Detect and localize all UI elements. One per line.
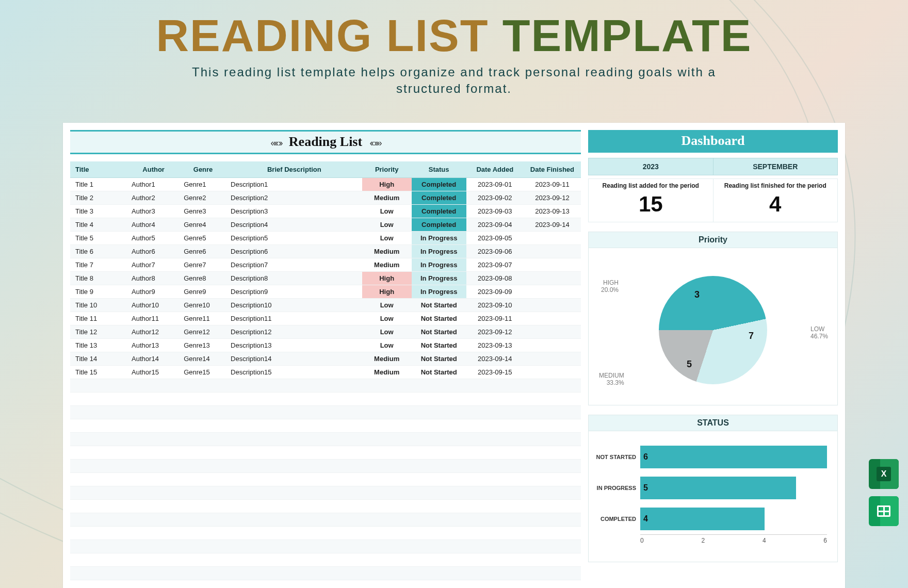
priority-pie-chart: LOW46.7%7MEDIUM33.3%5HIGH20.0%3: [594, 253, 832, 398]
title-word-3: TEMPLATE: [502, 10, 752, 61]
table-row: Title 2Author2Genre2Description2MediumCo…: [70, 191, 581, 205]
kpi-added: Reading list added for the period 15: [589, 179, 713, 222]
cell: Author10: [127, 299, 180, 312]
cell: 2023-09-06: [466, 245, 524, 258]
table-row: Title 4Author4Genre4Description4LowCompl…: [70, 218, 581, 232]
cell: Title 11: [70, 312, 127, 325]
cell: [524, 325, 581, 339]
cell: Author15: [127, 366, 180, 379]
cell: Completed: [412, 205, 466, 218]
cell: Author3: [127, 205, 180, 218]
cell: Genre2: [180, 191, 226, 205]
cell: 2023-09-15: [466, 366, 524, 379]
cell: Genre8: [180, 272, 226, 285]
cell: Low: [362, 312, 412, 325]
dashboard-pane: Dashboard 2023 SEPTEMBER Reading list ad…: [588, 130, 838, 588]
x-tick: 0: [640, 537, 644, 544]
cell: Title 8: [70, 272, 127, 285]
x-tick: 4: [763, 537, 766, 544]
cell: 2023-09-12: [524, 191, 581, 205]
x-tick: 2: [701, 537, 705, 544]
cell: Not Started: [412, 339, 466, 352]
bar-label: NOT STARTED: [596, 454, 640, 460]
cell: Not Started: [412, 352, 466, 366]
cell: Not Started: [412, 299, 466, 312]
pie-slice-value: 5: [687, 359, 692, 370]
cell: Description10: [226, 299, 362, 312]
table-row: Title 15Author15Genre15Description15Medi…: [70, 366, 581, 379]
cell: Completed: [412, 178, 466, 191]
cell: Genre15: [180, 366, 226, 379]
table-row: Title 12Author12Genre12Description12LowN…: [70, 325, 581, 339]
table-row-empty: [70, 527, 581, 540]
table-row-empty: [70, 580, 581, 589]
bar-row: COMPLETED4: [640, 503, 827, 534]
cell: Not Started: [412, 312, 466, 325]
cell: 2023-09-03: [466, 205, 524, 218]
cell: [524, 285, 581, 299]
cell: Title 13: [70, 339, 127, 352]
cell: Medium: [362, 258, 412, 272]
bar-value: 6: [643, 452, 648, 462]
hero: READING LIST TEMPLATE This reading list …: [0, 0, 908, 97]
cell: 2023-09-01: [466, 178, 524, 191]
cell: Description14: [226, 352, 362, 366]
kpi-finished: Reading list finished for the period 4: [713, 179, 838, 222]
column-header: Date Finished: [524, 161, 581, 178]
table-row-empty: [70, 446, 581, 460]
table-row-empty: [70, 513, 581, 527]
cell: Title 14: [70, 352, 127, 366]
cell: 2023-09-09: [466, 285, 524, 299]
cell: Title 15: [70, 366, 127, 379]
table-row: Title 1Author1Genre1Description1HighComp…: [70, 178, 581, 191]
cell: Author4: [127, 218, 180, 232]
cell: 2023-09-04: [466, 218, 524, 232]
table-row-empty: [70, 567, 581, 580]
cell: Author12: [127, 325, 180, 339]
cell: Title 10: [70, 299, 127, 312]
column-header: Genre: [180, 161, 226, 178]
pie-label: LOW46.7%: [810, 325, 828, 340]
table-row-empty: [70, 393, 581, 406]
cell: Low: [362, 232, 412, 245]
cell: [524, 245, 581, 258]
cell: Genre13: [180, 339, 226, 352]
cell: Description6: [226, 245, 362, 258]
cell: In Progress: [412, 285, 466, 299]
table-row-empty: [70, 500, 581, 513]
cell: [524, 272, 581, 285]
pie-slice-value: 3: [694, 289, 700, 300]
cell: High: [362, 285, 412, 299]
cell: Low: [362, 325, 412, 339]
cell: Genre5: [180, 232, 226, 245]
reading-list-banner: «‹‹ ›› Reading List ‹‹ ››»: [70, 130, 581, 154]
reading-list-title: Reading List: [289, 134, 362, 149]
cell: Title 5: [70, 232, 127, 245]
bar-row: NOT STARTED6: [640, 442, 827, 472]
table-row: Title 6Author6Genre6Description6MediumIn…: [70, 245, 581, 258]
cell: Description13: [226, 339, 362, 352]
bar: [640, 446, 827, 468]
bar-label: IN PROGRESS: [596, 485, 640, 491]
cell: Description9: [226, 285, 362, 299]
period-year: 2023: [589, 158, 713, 175]
column-header: Status: [412, 161, 466, 178]
cell: Low: [362, 218, 412, 232]
table-row-empty: [70, 460, 581, 473]
google-sheets-icon: [869, 496, 899, 526]
cell: Genre6: [180, 245, 226, 258]
bar-value: 4: [643, 514, 648, 524]
table-row-empty: [70, 419, 581, 433]
cell: Description11: [226, 312, 362, 325]
pie-label: MEDIUM33.3%: [599, 372, 624, 386]
table-row: Title 8Author8Genre8Description8HighIn P…: [70, 272, 581, 285]
cell: Genre9: [180, 285, 226, 299]
cell: Title 3: [70, 205, 127, 218]
table-row: Title 5Author5Genre5Description5LowIn Pr…: [70, 232, 581, 245]
cell: Author9: [127, 285, 180, 299]
cell: 2023-09-05: [466, 232, 524, 245]
cell: In Progress: [412, 245, 466, 258]
column-header: Date Added: [466, 161, 524, 178]
cell: Author1: [127, 178, 180, 191]
cell: [524, 352, 581, 366]
